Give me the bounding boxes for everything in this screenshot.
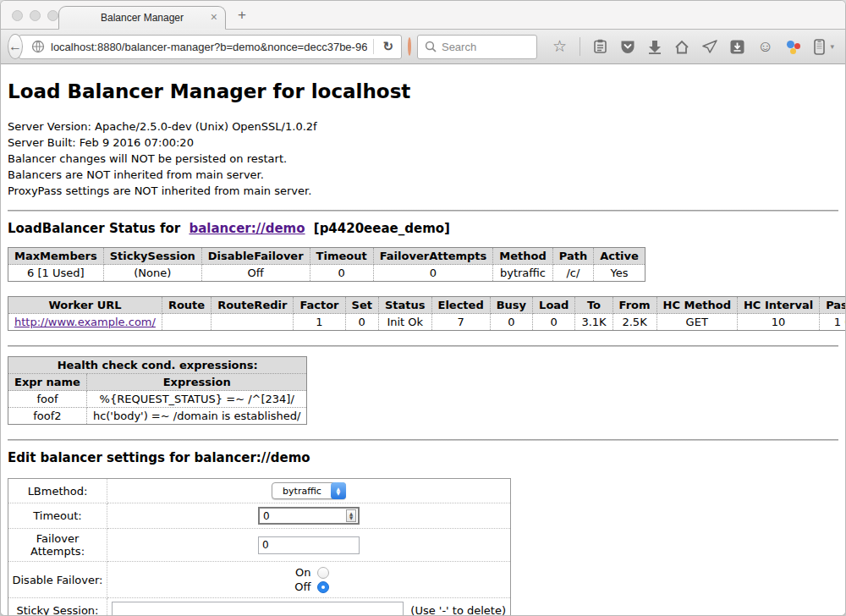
edit-settings-heading: Edit balancer settings for balancer://de… [8, 450, 838, 465]
tab-balancer-manager[interactable]: Balancer Manager × [58, 6, 226, 30]
table-cell: 1 [294, 314, 345, 331]
back-button[interactable]: ← [8, 34, 23, 59]
persist-note-line: Balancer changes will NOT be persisted o… [8, 151, 838, 167]
proxypass-note-line: ProxyPass settings are NOT inherited fro… [8, 183, 838, 199]
feedback-smiley-icon[interactable]: ☺ [757, 37, 773, 56]
pocket-icon[interactable] [620, 37, 635, 56]
toolbar-buttons: ☆ ☺ [552, 37, 846, 56]
toolbar-separator [580, 37, 580, 56]
failover-attempts-input[interactable] [258, 536, 360, 554]
new-tab-button[interactable]: + [238, 7, 246, 24]
table-header-cell: Passes [820, 297, 845, 314]
url-text[interactable]: localhost:8880/balancer-manager?b=demo&n… [51, 41, 367, 53]
urlbar-divider [373, 39, 374, 54]
worker-url-link[interactable]: http://www.example.com/ [14, 316, 156, 328]
table-cell: 3.1K [575, 314, 613, 331]
minimize-window-button[interactable] [30, 10, 41, 21]
table-cell: 0 [345, 314, 378, 331]
timeout-value: 0 [263, 510, 270, 522]
balancer-settings-form: LBmethod: bytraffic ▲▼ Timeout: 0 ▲▼ [8, 478, 511, 615]
table-header-cell: To [575, 297, 613, 314]
close-window-button[interactable] [12, 10, 23, 21]
table-cell: Off [201, 265, 310, 282]
device-panel-caret-icon[interactable]: ▾ [830, 42, 834, 51]
table-cell: 0 [310, 265, 373, 282]
table-header-cell: Status [378, 297, 431, 314]
table-row: 6 [1 Used] (None) Off 0 0 bytraffic /c/ … [8, 265, 645, 282]
health-check-table: Health check cond. expressions: Expr nam… [8, 356, 307, 425]
divider [8, 439, 838, 441]
select-chevrons-icon: ▲▼ [331, 482, 346, 499]
reload-icon[interactable]: ↻ [380, 39, 396, 54]
table-cell [162, 314, 211, 331]
sticky-session-hint: (Use '-' to delete) [410, 604, 506, 615]
table-header-cell: MaxMembers [8, 248, 104, 265]
server-info: Server Version: Apache/2.5.0-dev (Unix) … [8, 118, 838, 199]
table-cell: (None) [103, 265, 201, 282]
panel-download-icon[interactable] [730, 37, 744, 56]
search-icon [425, 37, 437, 56]
timeout-input[interactable]: 0 ▲▼ [258, 507, 360, 525]
table-cell: foof [8, 391, 87, 408]
table-cell: 6 [1 Used] [8, 265, 104, 282]
search-input[interactable] [442, 41, 530, 53]
search-bar[interactable] [417, 35, 537, 59]
disable-failover-off-radio[interactable] [317, 581, 329, 593]
table-header-cell: Active [594, 248, 645, 265]
health-table-title: Health check cond. expressions: [8, 357, 307, 374]
table-header-cell: From [613, 297, 656, 314]
worker-status-table: Worker URL Route RouteRedir Factor Set S… [8, 296, 845, 331]
table-cell: 0 [533, 314, 575, 331]
sticky-session-input[interactable] [112, 602, 404, 615]
tab-title: Balancer Manager [101, 12, 184, 24]
table-header-cell: Path [552, 248, 593, 265]
page-content: Load Balancer Manager for localhost Serv… [1, 64, 845, 615]
bookmark-star-icon[interactable]: ☆ [552, 37, 567, 56]
page-title: Load Balancer Manager for localhost [8, 80, 838, 102]
table-header-cell: Expr name [8, 374, 87, 391]
server-version-line: Server Version: Apache/2.5.0-dev (Unix) … [8, 118, 838, 135]
divider [8, 345, 838, 347]
table-cell: 0 [373, 265, 493, 282]
table-cell [212, 314, 294, 331]
window-controls[interactable] [12, 10, 58, 21]
balancer-demo-link[interactable]: balancer://demo [189, 221, 305, 236]
table-cell: /c/ [552, 265, 593, 282]
table-cell: bytraffic [493, 265, 552, 282]
table-cell: 7 [431, 314, 490, 331]
radio-on-label: On [289, 565, 311, 580]
home-icon[interactable] [674, 37, 689, 56]
lbmethod-selected-value: bytraffic [272, 486, 332, 497]
downloads-icon[interactable] [648, 37, 662, 56]
number-stepper-icon[interactable]: ▲▼ [346, 509, 356, 522]
table-cell: Yes [594, 265, 645, 282]
table-row: foof %{REQUEST_STATUS} =~ /^[234]/ [8, 391, 307, 408]
table-header-cell: Busy [490, 297, 532, 314]
table-header-cell: Timeout [310, 248, 373, 265]
device-panel-icon[interactable] [814, 37, 825, 56]
tab-bar: Balancer Manager × + [1, 1, 845, 30]
send-tab-icon[interactable] [702, 37, 717, 56]
table-header-cell: Route [162, 297, 211, 314]
extension-dots-icon[interactable] [786, 37, 801, 56]
disable-failover-on-radio[interactable] [317, 567, 329, 579]
server-built-line: Server Built: Feb 9 2016 07:00:20 [8, 135, 838, 151]
content-blocked-icon[interactable] [408, 37, 411, 56]
lbmethod-select[interactable]: bytraffic ▲▼ [272, 482, 346, 499]
site-identity-globe-icon[interactable] [31, 37, 45, 56]
table-header-cell: Expression [86, 374, 307, 391]
reading-list-icon[interactable] [593, 37, 607, 56]
table-cell: %{REQUEST_STATUS} =~ /^[234]/ [86, 391, 307, 408]
sticky-session-label: Sticky Session: [8, 598, 107, 616]
inherit-note-line: Balancers are NOT inherited from main se… [8, 167, 838, 183]
close-tab-icon[interactable]: × [211, 10, 217, 24]
table-cell: Init Ok [378, 314, 431, 331]
zoom-window-button[interactable] [47, 10, 58, 21]
url-bar[interactable]: localhost:8880/balancer-manager?b=demo&n… [19, 35, 402, 59]
table-header-cell: StickySession [103, 248, 201, 265]
table-header-cell: RouteRedir [212, 297, 294, 314]
status-heading-suffix: [p4420eeae_demo] [314, 221, 450, 236]
status-heading: LoadBalancer Status for balancer://demo … [8, 221, 838, 236]
disable-failover-label: Disable Failover: [8, 562, 107, 598]
table-header-cell: FailoverAttempts [373, 248, 493, 265]
